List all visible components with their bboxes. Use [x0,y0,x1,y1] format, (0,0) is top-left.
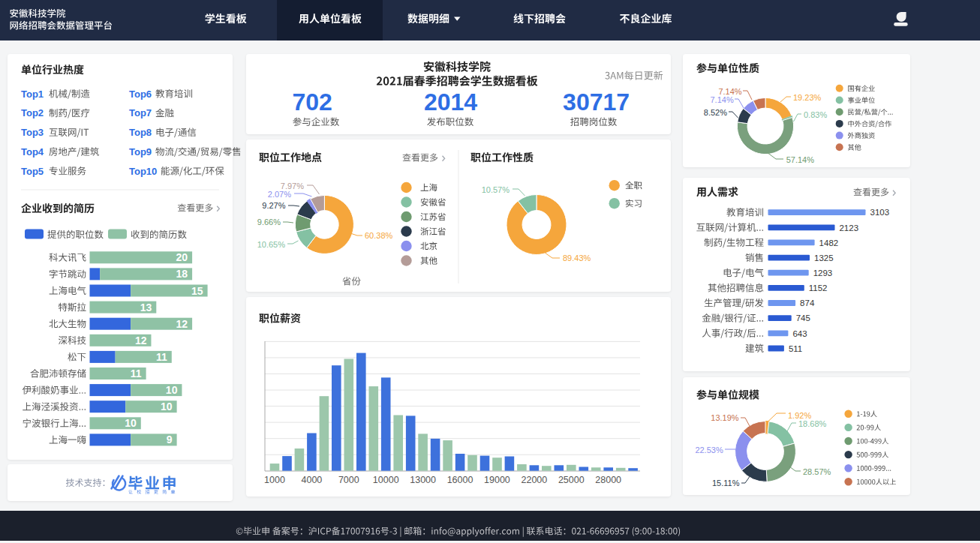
svg-text:1325: 1325 [814,254,834,262]
svg-text:13: 13 [140,302,152,314]
svg-text:22000: 22000 [521,475,547,485]
svg-text:12: 12 [135,334,147,346]
svg-text:1000: 1000 [264,475,285,485]
svg-text:13000: 13000 [410,475,436,485]
svg-text:25000: 25000 [558,475,585,485]
svg-text:4000: 4000 [302,475,323,485]
svg-text:12: 12 [176,318,188,330]
svg-text:0.83%: 0.83% [804,110,827,119]
svg-text:19000: 19000 [484,475,510,485]
svg-text:Top10: Top10 [129,166,157,177]
svg-text:Top5: Top5 [21,166,44,177]
svg-text:1482: 1482 [819,238,839,248]
svg-text:28.57%: 28.57% [803,467,831,476]
svg-text:7000: 7000 [338,475,359,485]
svg-text:57.14%: 57.14% [786,155,815,164]
svg-text:702: 702 [293,88,332,116]
svg-text:16000: 16000 [447,475,473,485]
svg-text:9.66%: 9.66% [257,218,281,226]
svg-text:7.97%: 7.97% [281,182,304,190]
svg-text:Top2: Top2 [21,107,44,118]
svg-text:874: 874 [800,298,815,308]
svg-text:89.43%: 89.43% [563,254,591,262]
svg-text:9.27%: 9.27% [262,201,285,210]
svg-text:643: 643 [792,329,807,338]
svg-text:15: 15 [191,285,203,297]
svg-text:511: 511 [789,344,802,353]
svg-text:10: 10 [161,400,173,412]
svg-text:15.11%: 15.11% [712,478,740,488]
svg-text:11: 11 [131,368,142,380]
svg-text:9: 9 [167,434,173,446]
svg-text:7.14%: 7.14% [718,87,741,96]
svg-text:20: 20 [176,251,188,263]
svg-text:18.68%: 18.68% [798,419,827,428]
svg-text:2.07%: 2.07% [268,190,291,199]
svg-text:18: 18 [176,268,188,280]
svg-text:10: 10 [125,417,137,429]
svg-text:10.57%: 10.57% [482,185,510,194]
svg-text:7.14%: 7.14% [710,95,733,104]
svg-text:Top4: Top4 [21,146,44,158]
svg-text:13.19%: 13.19% [711,413,739,422]
svg-text:Top8: Top8 [129,127,152,138]
svg-text:30717: 30717 [563,88,630,116]
svg-text:1293: 1293 [813,268,833,278]
svg-text:Top9: Top9 [129,146,152,158]
svg-text:10.65%: 10.65% [257,240,286,249]
svg-text:Top3: Top3 [21,127,44,138]
svg-text:22.53%: 22.53% [695,446,723,454]
svg-text:2123: 2123 [839,224,858,232]
svg-text:10: 10 [166,384,178,396]
svg-text:745: 745 [796,314,810,322]
svg-text:3103: 3103 [870,208,890,217]
svg-text:Top6: Top6 [129,88,152,100]
svg-text:Top7: Top7 [129,107,152,118]
svg-text:1152: 1152 [809,284,828,292]
svg-text:19.23%: 19.23% [793,93,822,102]
svg-text:11: 11 [156,351,167,363]
svg-text:60.38%: 60.38% [365,231,393,240]
svg-text:28000: 28000 [595,475,621,485]
svg-text:2014: 2014 [424,88,477,116]
svg-text:10000: 10000 [373,475,399,485]
svg-text:Top1: Top1 [21,88,44,100]
svg-text:8.52%: 8.52% [704,108,727,117]
